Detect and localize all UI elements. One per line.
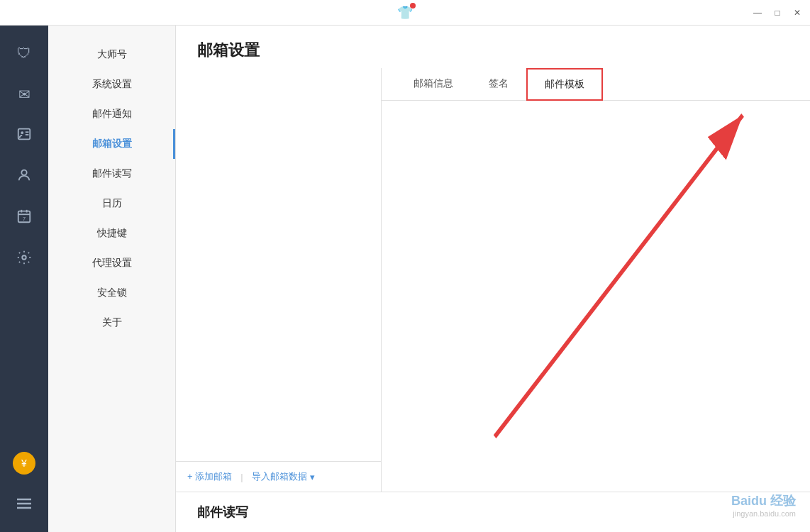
- coin-icon: ¥: [13, 452, 35, 475]
- minimize-button[interactable]: —: [752, 7, 763, 18]
- icon-sidebar: 🛡 ✉: [0, 26, 48, 532]
- calendar-icon: 7: [16, 209, 32, 228]
- mail-icon: ✉: [18, 86, 30, 103]
- menu-item-mail-compose[interactable]: 邮件读写: [48, 159, 175, 189]
- menu-item-mailbox-settings[interactable]: 邮箱设置: [48, 129, 175, 159]
- settings-area: + 添加邮箱 | 导入邮箱数据 ▾ 邮箱信息 签名 邮件模板: [176, 68, 810, 492]
- hamburger-icon: [17, 497, 31, 513]
- person-icon: [16, 167, 32, 187]
- right-panel: 邮箱信息 签名 邮件模板: [382, 68, 810, 492]
- contacts-icon: [16, 126, 32, 145]
- tabs-row: 邮箱信息 签名 邮件模板: [382, 68, 810, 101]
- sidebar-item-menu[interactable]: [0, 484, 48, 525]
- mailbox-list-panel: + 添加邮箱 | 导入邮箱数据 ▾: [176, 68, 382, 492]
- gear-icon: [16, 250, 32, 269]
- menu-item-security[interactable]: 安全锁: [48, 278, 175, 308]
- menu-sidebar: 大师号 系统设置 邮件通知 邮箱设置 邮件读写 日历 快捷键 代理设置 安全锁 …: [48, 26, 176, 532]
- sidebar-item-contacts[interactable]: [0, 115, 48, 156]
- menu-item-system-settings[interactable]: 系统设置: [48, 70, 175, 99]
- sidebar-item-settings[interactable]: [0, 238, 48, 279]
- maximize-button[interactable]: □: [772, 7, 783, 18]
- tab-mailbox-info[interactable]: 邮箱信息: [396, 68, 471, 101]
- section-below-title: 邮件读写: [197, 504, 789, 521]
- menu-item-about[interactable]: 关于: [48, 308, 175, 338]
- mailbox-list: [176, 68, 381, 461]
- page-title: 邮箱设置: [197, 40, 789, 61]
- sidebar-item-person[interactable]: [0, 156, 48, 197]
- menu-item-mail-notification[interactable]: 邮件通知: [48, 99, 175, 129]
- menu-item-dashihao[interactable]: 大师号: [48, 40, 175, 70]
- tab-mail-template[interactable]: 邮件模板: [526, 68, 603, 101]
- sidebar-item-calendar[interactable]: 7: [0, 197, 48, 238]
- svg-point-4: [21, 170, 26, 174]
- menu-item-shortcuts[interactable]: 快捷键: [48, 218, 175, 248]
- add-mailbox-button[interactable]: + 添加邮箱: [187, 470, 232, 483]
- svg-point-1: [21, 131, 23, 134]
- sidebar-item-coin[interactable]: ¥: [0, 443, 48, 484]
- sidebar-item-shield[interactable]: 🛡: [0, 33, 48, 74]
- app-body: 🛡 ✉: [0, 26, 810, 532]
- title-bar: 👕 — □ ✕: [0, 0, 810, 26]
- menu-item-proxy[interactable]: 代理设置: [48, 248, 175, 278]
- shirt-icon: 👕: [397, 5, 413, 21]
- sidebar-item-mail[interactable]: ✉: [0, 74, 48, 115]
- menu-item-calendar[interactable]: 日历: [48, 189, 175, 218]
- shield-icon: 🛡: [17, 45, 31, 62]
- mailbox-list-footer: + 添加邮箱 | 导入邮箱数据 ▾: [176, 461, 381, 492]
- content-header: 邮箱设置: [176, 26, 810, 68]
- section-below: 邮件读写: [176, 492, 810, 532]
- main-content: 邮箱设置 + 添加邮箱 | 导入邮箱数据 ▾: [176, 26, 810, 532]
- close-button[interactable]: ✕: [792, 7, 803, 18]
- tab-content: [382, 101, 810, 492]
- import-mailbox-button[interactable]: 导入邮箱数据 ▾: [252, 470, 315, 483]
- window-controls: — □ ✕: [752, 7, 803, 18]
- icon-sidebar-bottom: ¥: [0, 443, 48, 532]
- svg-point-10: [22, 255, 26, 260]
- tab-signature[interactable]: 签名: [471, 68, 526, 101]
- svg-text:7: 7: [23, 215, 26, 221]
